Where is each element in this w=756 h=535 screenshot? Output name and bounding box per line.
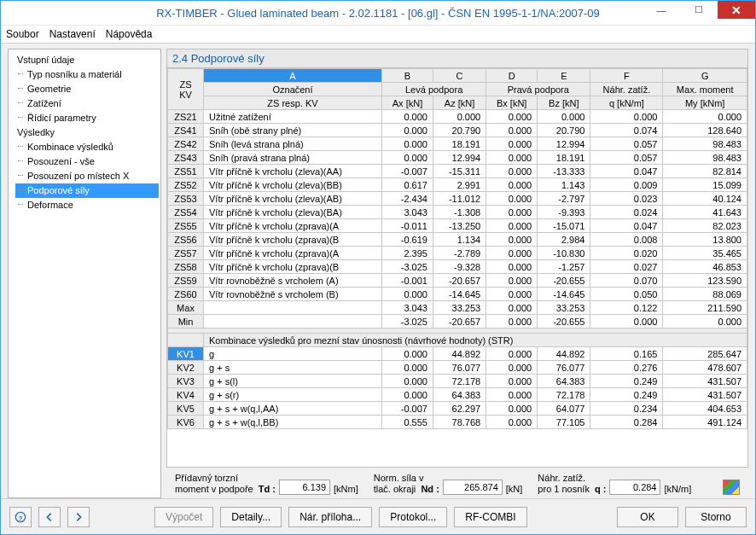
detaily-button[interactable]: Detaily... [220, 507, 282, 527]
table-row[interactable]: ZS52 Vítr příčně k vrcholu (zleva)(BB) 0… [168, 178, 747, 192]
col-letter-d[interactable]: D [486, 69, 538, 83]
col-ax[interactable]: Ax [kN] [382, 96, 433, 110]
cell-q: 0.024 [590, 206, 663, 219]
help-icon-button[interactable]: ? [9, 507, 32, 527]
table-row[interactable]: ZS51 Vítr příčně k vrcholu (zleva)(AA) -… [168, 165, 747, 178]
norm-unit: [kN] [506, 484, 523, 495]
nav-tree[interactable]: Vstupní údaje Typ nosníku a materiál Geo… [8, 49, 161, 498]
menu-soubor[interactable]: Soubor [6, 28, 39, 40]
col-bz[interactable]: Bz [kN] [538, 96, 590, 110]
table-row[interactable]: ZS55 Vítr příčně k vrcholu (zprava)(A -0… [168, 219, 747, 233]
ok-button[interactable]: OK [617, 507, 678, 527]
row-label: Sníh (pravá strana plná) [204, 151, 382, 165]
col-az[interactable]: Az [kN] [433, 96, 486, 110]
nav-vstupni-udaje[interactable]: Vstupní údaje [15, 53, 159, 67]
row-label: Sníh (levá strana plná) [204, 137, 382, 151]
nav-kombinace[interactable]: Kombinace výsledků [15, 140, 159, 154]
table-row[interactable]: ZS58 Vítr příčně k vrcholu (zprava)(B -3… [168, 260, 747, 274]
nav-vysledky[interactable]: Výsledky [15, 125, 159, 140]
cell-q: 0.047 [590, 219, 663, 233]
table-row[interactable]: Max 3.043 33.253 0.000 33.253 0.122 211.… [168, 301, 747, 315]
table-row[interactable]: ZS53 Vítr příčně k vrcholu (zleva)(AB) -… [168, 192, 747, 206]
svg-text:?: ? [19, 514, 23, 521]
table-row[interactable]: KV5 g + s + w(q,l,AA) -0.007 62.297 0.00… [168, 402, 747, 416]
next-icon-button[interactable] [67, 507, 90, 527]
storno-button[interactable]: Storno [685, 507, 747, 527]
col-zs-kv[interactable]: ZSKV [168, 69, 204, 110]
close-button[interactable]: ✕ [718, 1, 755, 19]
table-row[interactable]: KV3 g + s(l) 0.000 72.178 0.000 64.383 0… [168, 375, 747, 388]
table-row[interactable]: Min -3.025 -20.657 0.000 -20.655 0.000 0… [168, 315, 747, 329]
table-row[interactable]: ZS56 Vítr příčně k vrcholu (zprava)(B -0… [168, 233, 747, 247]
nahr-label: Náhr. zatíž.pro 1 nosník q : [538, 473, 606, 495]
cell-bz: -14.645 [538, 288, 590, 301]
vypocet-button[interactable]: Výpočet [154, 507, 213, 527]
row-label: Vítr příčně k vrcholu (zleva)(AA) [204, 165, 382, 178]
table-row[interactable]: KV1 g 0.000 44.892 0.000 44.892 0.165 28… [168, 347, 747, 361]
menu-napoveda[interactable]: Nápověda [106, 28, 153, 40]
nav-geometrie[interactable]: Geometrie [15, 82, 159, 96]
table-row[interactable]: ZS41 Sníh (obě strany plné) 0.000 20.790… [168, 124, 747, 137]
menu-nastaveni[interactable]: Nastavení [49, 28, 96, 40]
col-q[interactable]: q [kN/m] [590, 96, 663, 110]
col-nahr-zatiz[interactable]: Náhr. zatíž. [590, 83, 663, 96]
maximize-button[interactable]: ☐ [680, 1, 718, 19]
table-row[interactable]: ZS42 Sníh (levá strana plná) 0.000 18.19… [168, 137, 747, 151]
norm-label: Norm. síla vtlač. okraji Nd : [374, 473, 439, 495]
col-oznaceni-sub[interactable]: ZS resp. KV [204, 96, 382, 110]
col-letter-e[interactable]: E [538, 69, 590, 83]
nav-ridici-parametry[interactable]: Řídicí parametry [15, 111, 159, 125]
col-letter-f[interactable]: F [590, 69, 663, 83]
cell-bx: 0.000 [486, 260, 538, 274]
col-prava-podpora[interactable]: Pravá podpora [486, 83, 590, 96]
nav-posouzeni-x[interactable]: Posouzení po místech X [15, 169, 159, 183]
table-row[interactable]: ZS59 Vítr rovnoběžně s vrcholem (A) -0.0… [168, 274, 747, 288]
norm-input[interactable] [443, 480, 503, 495]
col-letter-g[interactable]: G [663, 69, 747, 83]
cell-bx: 0.000 [486, 361, 538, 375]
results-grid[interactable]: ZSKV A B C D E F G Označení Levá podpora [166, 67, 748, 468]
nahr-input[interactable] [609, 480, 660, 495]
table-row[interactable]: KV4 g + s(r) 0.000 64.383 0.000 72.178 0… [168, 388, 747, 402]
row-label: Vítr příčně k vrcholu (zleva)(AB) [204, 192, 382, 206]
rf-combi-button[interactable]: RF-COMBI [454, 507, 526, 527]
nav-deformace[interactable]: Deformace [15, 198, 159, 212]
col-letter-b[interactable]: B [382, 69, 433, 83]
cell-bz: 2.984 [538, 233, 590, 247]
protokol-button[interactable]: Protokol... [379, 507, 447, 527]
cell-my: 123.590 [663, 274, 747, 288]
col-oznaceni[interactable]: Označení [204, 83, 382, 96]
col-letter-a[interactable]: A [204, 69, 382, 83]
nav-zatizeni[interactable]: Zatížení [15, 96, 159, 111]
col-leva-podpora[interactable]: Levá podpora [382, 83, 486, 96]
table-row[interactable]: KV2 g + s 0.000 76.077 0.000 76.077 0.27… [168, 361, 747, 375]
cell-bx: 0.000 [486, 219, 538, 233]
row-label [204, 301, 382, 315]
cell-az: 44.892 [433, 347, 486, 361]
table-row[interactable]: KV6 g + s + w(q,l,BB) 0.555 78.768 0.000… [168, 416, 747, 429]
table-row[interactable]: ZS60 Vítr rovnoběžně s vrcholem (B) 0.00… [168, 288, 747, 301]
table-row[interactable]: ZS43 Sníh (pravá strana plná) 0.000 12.9… [168, 151, 747, 165]
cell-az: 18.191 [433, 137, 486, 151]
cell-az: -2.789 [433, 247, 486, 260]
nar-priloha-button[interactable]: Nár. příloha... [288, 507, 372, 527]
torsion-input[interactable] [279, 480, 330, 495]
color-legend-button[interactable] [723, 480, 740, 495]
col-my[interactable]: My [kNm] [663, 96, 747, 110]
cell-bz: -13.333 [538, 165, 590, 178]
prev-icon-button[interactable] [38, 507, 61, 527]
row-label: Vítr příčně k vrcholu (zprava)(B [204, 260, 382, 274]
nav-posouzeni-vse[interactable]: Posouzení - vše [15, 154, 159, 169]
row-label: Vítr příčně k vrcholu (zleva)(BB) [204, 178, 382, 192]
table-row[interactable]: ZS21 Užitné zatížení 0.000 0.000 0.000 0… [168, 110, 747, 124]
cell-bz: 20.790 [538, 124, 590, 137]
cell-az: 64.383 [433, 388, 486, 402]
col-bx[interactable]: Bx [kN] [486, 96, 538, 110]
table-row[interactable]: ZS54 Vítr příčně k vrcholu (zleva)(BA) 3… [168, 206, 747, 219]
nav-typ-nosniku[interactable]: Typ nosníku a materiál [15, 67, 159, 82]
col-max-moment[interactable]: Max. moment [663, 83, 747, 96]
minimize-button[interactable]: — [643, 1, 680, 19]
col-letter-c[interactable]: C [433, 69, 486, 83]
table-row[interactable]: ZS57 Vítr příčně k vrcholu (zprava)(A 2.… [168, 247, 747, 260]
nav-podporove-sily[interactable]: Podporové síly [15, 183, 159, 198]
